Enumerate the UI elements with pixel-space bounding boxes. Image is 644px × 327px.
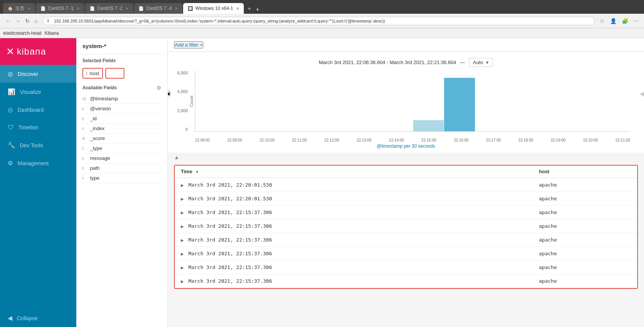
field-item-path[interactable]: t path (82, 163, 161, 173)
reload-button[interactable]: ↻ (23, 16, 32, 26)
sidebar-item-timelion[interactable]: 🛡 Timelion (0, 119, 76, 136)
chart-header: March 3rd 2021, 22:06:36.604 - March 3rd… (174, 56, 638, 71)
x-label-2208: 22:08:00 (195, 138, 210, 142)
x-label-2221: 22:21:00 (615, 138, 630, 142)
y-label-2000: 2,000 (177, 108, 188, 113)
field-item-id[interactable]: t _id (82, 114, 161, 124)
x-label-2210: 22:10:00 (260, 138, 275, 142)
chart-footer-text: @timestamp per 30 seconds (377, 143, 435, 149)
interval-select[interactable]: Auto ▾ (469, 58, 493, 67)
tab-centos1[interactable]: 📄 CentOS 7 -1 ✕ (36, 3, 84, 14)
sidebar-item-visualize[interactable]: 📊 Visualize (0, 83, 76, 101)
tab-home[interactable]: 🏠 主页 ✕ (3, 3, 35, 14)
x-label-2211: 22:11:00 (292, 138, 307, 142)
version-type-icon: t (82, 106, 87, 111)
gear-button[interactable]: ⚙ (156, 85, 161, 91)
col-time-label: Time (181, 169, 192, 174)
row-5-time: ▶ March 3rd 2021, 22:15:37.306 (175, 247, 533, 261)
tab-centos3-icon: 📄 (138, 6, 144, 11)
timestamp-type-icon: ◷ (82, 96, 87, 101)
main-content: Add a filter + ◀ March 3rd 2021, 22:06:3… (168, 38, 644, 327)
col-time[interactable]: Time ▼ (175, 166, 533, 178)
field-item-index[interactable]: t _index (82, 124, 161, 134)
row-3-host: apache (533, 219, 638, 233)
x-label-2214: 22:14:00 (389, 138, 404, 142)
chart-wrapper: ◀ March 3rd 2021, 22:06:36.604 - March 3… (168, 52, 644, 292)
row-0-time: ▶ March 3rd 2021, 22:20:01.530 (175, 178, 533, 192)
results-table-wrap: Time ▼ host ▶ (174, 165, 638, 289)
back-button[interactable]: ← (3, 16, 13, 26)
right-panel-collapse-button[interactable]: ◀ (639, 90, 644, 97)
field-item-timestamp[interactable]: ◷ @timestamp (82, 94, 161, 104)
results-table-header: Time ▼ host (175, 166, 637, 178)
tab-centos2-close[interactable]: ✕ (126, 6, 129, 11)
row-6-expand-button[interactable]: ▶ (181, 266, 184, 270)
row-3-expand-button[interactable]: ▶ (181, 224, 184, 229)
selected-field-host[interactable]: t host (82, 68, 103, 79)
extensions-button[interactable]: 🧩 (620, 16, 630, 26)
field-item-typefield[interactable]: t type (82, 173, 161, 183)
tab-windows10-close[interactable]: ✕ (236, 6, 239, 11)
sidebar-item-management[interactable]: ⚙ Management (0, 154, 76, 172)
chart-collapse-button[interactable]: ▲ (174, 154, 179, 160)
address-input[interactable] (43, 17, 595, 25)
bookmark-bar: elasticsearch-head Kibana (0, 28, 644, 38)
sidebar-collapse-button[interactable]: ◀ Collapse (0, 309, 76, 327)
available-fields-title: Available Fields (82, 85, 117, 90)
table-row: ▶ March 3rd 2021, 22:15:37.306 apache (175, 261, 637, 274)
sidebar-item-timelion-label: Timelion (18, 124, 38, 130)
tab-centos3[interactable]: 📄 CentOS 7 -3 ✕ (134, 3, 182, 14)
field-item-type[interactable]: t _type (82, 143, 161, 153)
chart-bar-8-highlight (444, 78, 475, 131)
bookmark-elasticsearch-label: elasticsearch-head (3, 31, 42, 36)
index-pattern-label[interactable]: system-* (76, 38, 167, 54)
bookmark-kibana[interactable]: Kibana (45, 31, 59, 36)
forward-button[interactable]: → (13, 16, 23, 26)
chart-time-range: March 3rd 2021, 22:06:36.604 - March 3rd… (319, 60, 456, 65)
sort-icon: ▼ (195, 170, 199, 174)
settings-button[interactable]: ⋯ (632, 16, 641, 26)
typefield-type-icon: t (82, 176, 87, 180)
tab-overflow-button[interactable]: ▾ (254, 5, 261, 14)
browser-chrome: 🏠 主页 ✕ 📄 CentOS 7 -1 ✕ 📄 CentOS 7 -2 ✕ 📄… (0, 0, 644, 38)
field-item-score[interactable]: # _score (82, 134, 161, 143)
path-type-icon: t (82, 166, 87, 171)
row-4-host: apache (533, 233, 638, 247)
type-field-name: _type (90, 145, 102, 151)
row-7-time: ▶ March 3rd 2021, 22:15:37.306 (175, 274, 533, 288)
sidebar-item-devtools[interactable]: 🔧 Dev Tools (0, 136, 76, 154)
sidebar-nav: ◎ Discover 📊 Visualize ◎ Dashboard 🛡 Tim… (0, 65, 76, 309)
chart-collapse-section: ▲ (168, 153, 644, 162)
bookmark-elasticsearch[interactable]: elasticsearch-head (3, 31, 42, 36)
id-type-icon: t (82, 116, 87, 121)
table-row: ▶ March 3rd 2021, 22:15:37.306 apache (175, 274, 637, 288)
field-item-message[interactable]: t message (82, 153, 161, 163)
table-row: ▶ March 3rd 2021, 22:15:37.306 apache (175, 219, 637, 233)
field-item-version[interactable]: t @version (82, 104, 161, 114)
row-2-expand-button[interactable]: ▶ (181, 211, 184, 215)
row-1-expand-button[interactable]: ▶ (181, 197, 184, 201)
sidebar-item-dashboard-label: Dashboard (18, 107, 44, 113)
row-0-expand-button[interactable]: ▶ (181, 183, 184, 187)
sidebar-item-dashboard[interactable]: ◎ Dashboard (0, 101, 76, 119)
home-button[interactable]: ⌂ (32, 16, 40, 26)
profile-button[interactable]: 👤 (608, 16, 618, 26)
row-5-expand-button[interactable]: ▶ (181, 252, 184, 256)
tab-centos3-close[interactable]: ✕ (175, 6, 178, 11)
tab-windows10[interactable]: 🔲 Windows 10 x64-1 ✕ (183, 3, 244, 14)
row-2-time: ▶ March 3rd 2021, 22:15:37.306 (175, 206, 533, 219)
new-tab-button[interactable]: + (245, 4, 254, 14)
row-4-expand-button[interactable]: ▶ (181, 238, 184, 242)
lock-icon: ℹ (47, 18, 49, 23)
tab-home-close[interactable]: ✕ (27, 6, 31, 11)
row-7-expand-button[interactable]: ▶ (181, 279, 184, 284)
selected-fields-section: Selected Fields (76, 54, 167, 68)
row-5-host: apache (533, 247, 638, 261)
add-filter-button[interactable]: Add a filter + (174, 41, 203, 48)
tab-centos1-close[interactable]: ✕ (77, 6, 80, 11)
tab-centos2[interactable]: 📄 CentOS 7 -2 ✕ (85, 3, 134, 14)
bookmark-star-button[interactable]: ☆ (598, 16, 607, 26)
col-host[interactable]: host (533, 166, 638, 178)
table-row: ▶ March 3rd 2021, 22:15:37.306 apache (175, 206, 637, 219)
sidebar-item-discover[interactable]: ◎ Discover (0, 65, 76, 83)
